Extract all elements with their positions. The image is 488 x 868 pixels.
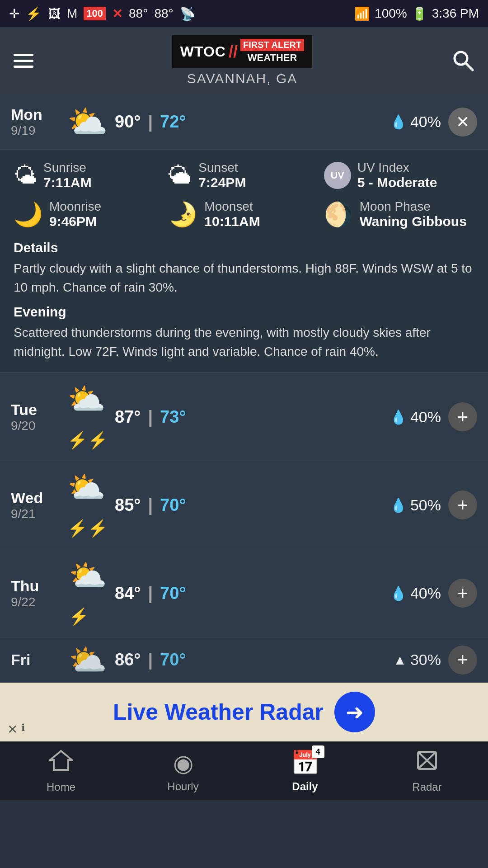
main-content: Mon 9/19 ⛅ 90° | 72° 💧 40% ✕ 🌤 Sunrise 7…: [0, 94, 488, 683]
ad-banner[interactable]: ✕ ℹ Live Weather Radar ➜: [0, 683, 488, 741]
expand-wed-button[interactable]: +: [448, 491, 477, 519]
x-icon: ✕: [112, 6, 122, 21]
add-icon: ✛: [9, 6, 19, 21]
day-date-thu: Thu 9/22: [11, 577, 61, 609]
weather-icon-fri: ⛅: [61, 642, 115, 678]
collapse-mon-button[interactable]: ✕: [448, 108, 477, 137]
precip-mon: 💧 40%: [390, 113, 441, 131]
temp-display2: 88°: [154, 6, 173, 21]
svg-marker-2: [50, 751, 72, 770]
first-alert-label: FIRST ALERT: [240, 39, 304, 51]
nav-radar-label: Radar: [412, 781, 441, 793]
day-row-fri: Fri ⛅ 86° | 70° ▲ 30% +: [0, 637, 488, 683]
ad-close-area: ✕ ℹ: [7, 722, 25, 737]
day-row-thu: Thu 9/22 ⛅⚡ 84° | 70° 💧 40% +: [0, 549, 488, 637]
moon-phase-item: 🌖 Moon Phase Waning Gibbous: [324, 199, 474, 229]
precip-fri: ▲ 30%: [393, 651, 441, 669]
uv-index-item: UV UV Index 5 - Moderate: [324, 160, 474, 190]
ad-text: Live Weather Radar: [113, 699, 324, 725]
temps-fri: 86° | 70°: [115, 650, 384, 670]
details-section: Details Partly cloudy with a slight chan…: [14, 240, 474, 361]
nav-home-label: Home: [47, 781, 75, 793]
moon-phase-icon: 🌖: [324, 201, 353, 228]
day-row-mon: Mon 9/19 ⛅ 90° | 72° 💧 40% ✕: [0, 94, 488, 150]
image-icon: 🖼: [48, 6, 61, 21]
logo-area: WTOC // FIRST ALERT WEATHER SAVANNAH, GA: [172, 35, 312, 86]
weather-icon-thu: ⛅⚡: [61, 557, 115, 629]
weather-icon-mon: ⛅: [61, 103, 115, 141]
expanded-panel-mon: 🌤 Sunrise 7:11AM 🌥 Sunset 7:24PM UV UV I…: [0, 150, 488, 373]
app-header: WTOC // FIRST ALERT WEATHER SAVANNAH, GA: [0, 27, 488, 94]
battery-icon: 🔋: [412, 6, 427, 21]
precip-wed: 💧 50%: [390, 496, 441, 514]
svg-line-1: [465, 63, 473, 70]
ad-info-icon[interactable]: ℹ: [21, 722, 25, 737]
uv-icon: UV: [324, 162, 351, 189]
day-date-tue: Tue 9/20: [11, 401, 61, 433]
ad-close-x[interactable]: ✕: [7, 722, 18, 737]
sunrise-item: 🌤 Sunrise 7:11AM: [14, 160, 164, 190]
nav-hourly[interactable]: ◉ Hourly: [122, 750, 244, 793]
temps-tue: 87° | 73°: [115, 407, 381, 427]
wtoc-text: WTOC: [180, 43, 226, 60]
moonrise-icon: 🌙: [14, 201, 43, 228]
temps-mon: 90° | 72°: [115, 112, 381, 132]
home-icon: [49, 749, 73, 777]
weather-icon-wed: ⛅⚡⚡: [61, 469, 115, 541]
temps-thu: 84° | 70°: [115, 584, 381, 603]
daily-badge: 4: [312, 745, 324, 758]
nav-radar[interactable]: Radar: [366, 749, 488, 793]
sunset-icon: 🌥: [169, 162, 192, 189]
city-label: SAVANNAH, GA: [187, 71, 298, 86]
nav-home[interactable]: Home: [0, 749, 122, 793]
nav-daily[interactable]: 📅 4 Daily: [244, 749, 366, 793]
ad-arrow-button[interactable]: ➜: [334, 692, 375, 732]
mail-icon: M: [67, 6, 77, 21]
radar-icon: [415, 749, 439, 777]
sun-moon-grid: 🌤 Sunrise 7:11AM 🌥 Sunset 7:24PM UV UV I…: [14, 160, 474, 229]
nav-hourly-label: Hourly: [167, 780, 198, 793]
wtoc-slash: //: [229, 42, 238, 61]
status-bar: ✛ ⚡ 🖼 M 100 ✕ 88° 88° 📡 📶 100% 🔋 3:36 PM: [0, 0, 488, 27]
weather-label: WEATHER: [240, 51, 304, 65]
sunset-item: 🌥 Sunset 7:24PM: [169, 160, 319, 190]
logo-box: WTOC // FIRST ALERT WEATHER: [172, 35, 312, 68]
hourly-icon: ◉: [173, 750, 193, 777]
time-display: 3:36 PM: [432, 6, 479, 21]
cast-icon: 📡: [180, 6, 196, 21]
arrow-right-icon: ➜: [346, 699, 364, 725]
search-button[interactable]: [451, 48, 474, 74]
sunrise-icon: 🌤: [14, 162, 37, 189]
moonrise-item: 🌙 Moonrise 9:46PM: [14, 199, 164, 229]
day-row-wed: Wed 9/21 ⛅⚡⚡ 85° | 70° 💧 50% +: [0, 461, 488, 549]
battery-percent: 100%: [375, 6, 407, 21]
first-alert-weather: FIRST ALERT WEATHER: [240, 39, 304, 65]
temps-wed: 85° | 70°: [115, 495, 381, 515]
day-date-mon: Mon 9/19: [11, 106, 61, 138]
nav-daily-label: Daily: [292, 780, 318, 793]
day-date-fri: Fri: [11, 651, 61, 669]
daily-icon-wrap: 📅 4: [291, 749, 320, 777]
weather-icon-tue: ⛅⚡⚡: [61, 381, 115, 453]
notification-icon: 100: [84, 7, 106, 20]
moonset-item: 🌛 Moonset 10:11AM: [169, 199, 319, 229]
bottom-nav: Home ◉ Hourly 📅 4 Daily Radar: [0, 741, 488, 800]
expand-thu-button[interactable]: +: [448, 579, 477, 608]
status-right-icons: 📶 100% 🔋 3:36 PM: [354, 6, 479, 21]
expand-fri-button[interactable]: +: [448, 646, 477, 675]
moonset-icon: 🌛: [169, 201, 198, 228]
day-row-tue: Tue 9/20 ⛅⚡⚡ 87° | 73° 💧 40% +: [0, 373, 488, 461]
status-icons: ✛ ⚡ 🖼 M 100 ✕ 88° 88° 📡: [9, 6, 196, 21]
precip-thu: 💧 40%: [390, 585, 441, 602]
usb-icon: ⚡: [26, 6, 42, 21]
day-date-wed: Wed 9/21: [11, 489, 61, 521]
precip-tue: 💧 40%: [390, 408, 441, 426]
temp-display: 88°: [129, 6, 148, 21]
expand-tue-button[interactable]: +: [448, 402, 477, 431]
signal-icon: 📶: [354, 6, 370, 21]
hamburger-menu[interactable]: [14, 54, 33, 68]
